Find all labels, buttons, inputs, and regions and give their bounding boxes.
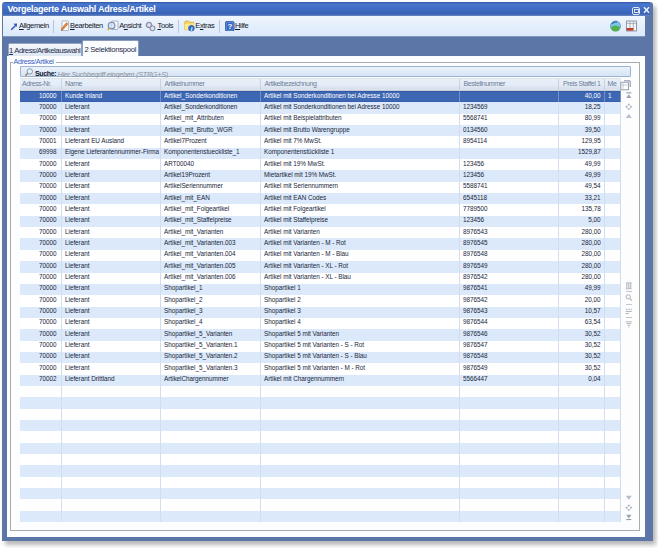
svg-text:?: ? [227,22,232,31]
